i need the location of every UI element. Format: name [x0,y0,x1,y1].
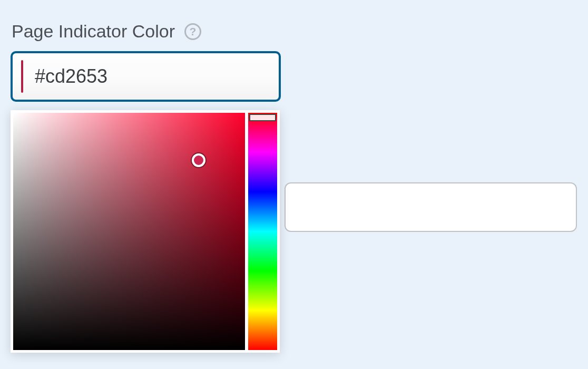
hue-slider[interactable] [248,113,277,350]
field-label: Page Indicator Color [12,21,175,42]
secondary-input-field[interactable] [285,182,577,232]
saturation-area[interactable] [13,113,245,350]
help-icon-symbol: ? [190,25,197,38]
color-picker-panel [11,110,280,353]
color-input-field[interactable] [11,51,281,102]
color-hex-input[interactable] [35,65,271,88]
hue-handle[interactable] [249,114,276,121]
help-icon[interactable]: ? [184,23,201,40]
field-label-row: Page Indicator Color ? [12,21,577,42]
saturation-handle[interactable] [192,153,205,167]
saturation-black-layer [13,113,245,350]
color-swatch[interactable] [21,60,23,93]
